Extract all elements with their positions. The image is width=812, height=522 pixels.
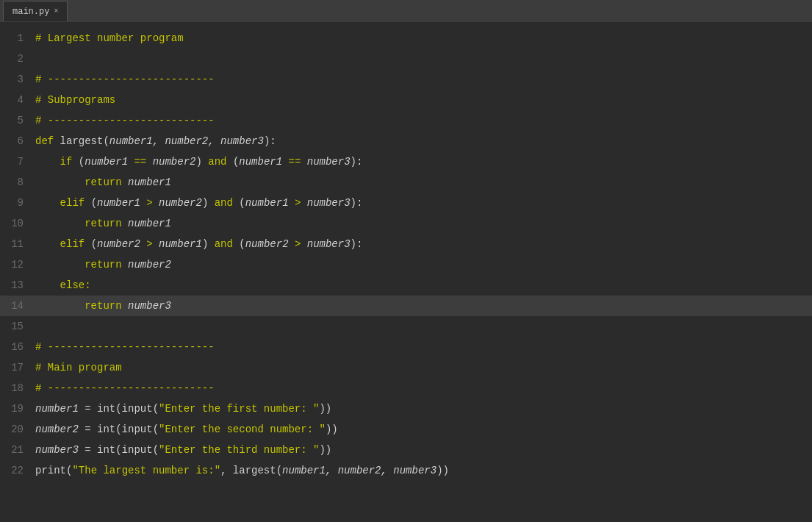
code-line: 11 elif (number2 > number1) and (number2… [0,234,812,254]
line-content: print("The largest number is:", largest(… [35,460,449,481]
line-number: 20 [0,419,35,440]
code-line: 16 # --------------------------- [0,337,812,357]
code-line: 5 # --------------------------- [0,110,812,131]
line-number: 11 [0,234,35,254]
code-line: 14 return number3 [0,296,812,316]
line-number: 6 [0,131,35,151]
line-content: number2 = int(input("Enter the second nu… [35,419,338,440]
line-number: 1 [0,28,35,49]
code-line: 22 print("The largest number is:", large… [0,460,812,481]
tab-close-button[interactable]: × [54,7,58,15]
line-content: return number1 [35,213,171,234]
line-number: 13 [0,275,35,296]
tab-label: main.py [12,7,49,17]
editor: main.py × 1 # Largest number program 2 3… [0,0,812,522]
line-number: 19 [0,398,35,419]
code-editor[interactable]: 1 # Largest number program 2 3 # -------… [0,22,812,522]
line-content: # --------------------------- [35,337,215,357]
code-line: 10 return number1 [0,213,812,234]
line-number: 17 [0,357,35,378]
line-number: 4 [0,90,35,110]
line-number: 18 [0,378,35,398]
code-line: 6 def largest(number1, number2, number3)… [0,131,812,151]
line-number: 9 [0,193,35,213]
code-line: 18 # --------------------------- [0,378,812,398]
line-content: return number3 [35,296,171,316]
code-line: 4 # Subprograms [0,90,812,110]
line-number: 14 [0,296,35,316]
line-content: def largest(number1, number2, number3): [35,131,276,151]
code-line: 19 number1 = int(input("Enter the first … [0,398,812,419]
code-line: 21 number3 = int(input("Enter the third … [0,440,812,460]
line-number: 7 [0,151,35,172]
code-line: 3 # --------------------------- [0,69,812,90]
line-number: 21 [0,440,35,460]
line-content: # --------------------------- [35,110,215,131]
line-number: 16 [0,337,35,357]
code-line: 8 return number1 [0,172,812,193]
line-number: 12 [0,254,35,275]
tab-bar: main.py × [0,0,812,22]
line-content: number3 = int(input("Enter the third num… [35,440,331,460]
line-content: else: [35,275,91,296]
line-content: # Subprograms [35,90,115,110]
line-content: return number1 [35,172,171,193]
line-content: return number2 [35,254,171,275]
line-number: 5 [0,110,35,131]
line-content: number1 = int(input("Enter the first num… [35,398,331,419]
code-line: 1 # Largest number program [0,28,812,49]
code-line: 15 [0,316,812,337]
line-number: 8 [0,172,35,193]
line-content: if (number1 == number2) and (number1 == … [35,151,362,172]
code-line: 12 return number2 [0,254,812,275]
tab-main-py[interactable]: main.py × [3,1,68,21]
code-line: 9 elif (number1 > number2) and (number1 … [0,193,812,213]
code-line: 7 if (number1 == number2) and (number1 =… [0,151,812,172]
line-content: # --------------------------- [35,378,215,398]
line-number: 22 [0,460,35,481]
line-content: # Largest number program [35,28,184,49]
line-number: 10 [0,213,35,234]
line-number: 15 [0,316,35,337]
code-line: 13 else: [0,275,812,296]
line-content: # Main program [35,357,122,378]
code-line: 17 # Main program [0,357,812,378]
code-line: 20 number2 = int(input("Enter the second… [0,419,812,440]
line-content: elif (number2 > number1) and (number2 > … [35,234,362,254]
line-content: # --------------------------- [35,69,215,90]
code-line: 2 [0,49,812,69]
line-number: 3 [0,69,35,90]
line-content: elif (number1 > number2) and (number1 > … [35,193,362,213]
line-number: 2 [0,49,35,69]
